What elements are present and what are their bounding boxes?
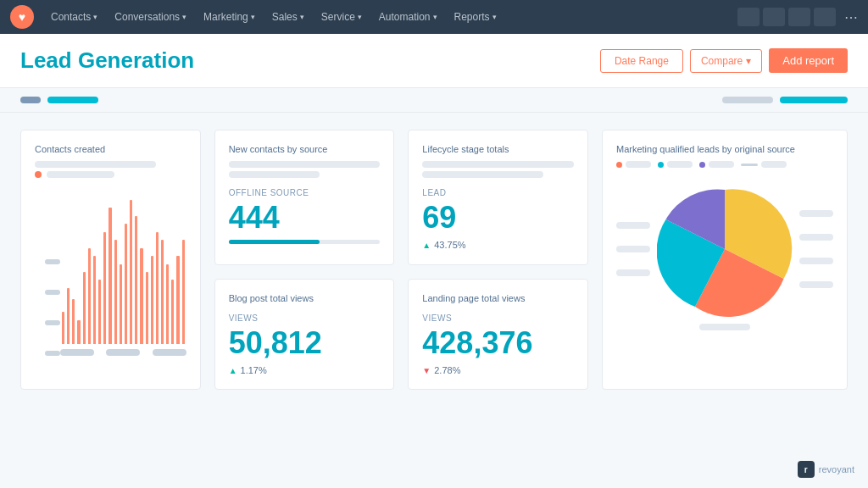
nav-marketing[interactable]: Marketing ▾ — [197, 11, 262, 23]
nav-more-dots[interactable]: ⋯ — [844, 9, 858, 25]
bar-11[interactable] — [120, 264, 122, 344]
legend-line-4 — [741, 164, 758, 166]
bar-10[interactable] — [114, 240, 117, 344]
x-label-3 — [153, 349, 186, 356]
page-header: Lead Generation Date Range Compare ▾ Add… — [0, 34, 868, 88]
bar-13[interactable] — [130, 200, 132, 344]
new-contacts-title: New contacts by source — [229, 144, 381, 154]
mql-title: Marketing qualified leads by original so… — [616, 144, 833, 154]
nav-marketing-label: Marketing — [203, 11, 248, 23]
bar-0[interactable] — [62, 312, 64, 344]
contacts-legend-text — [47, 171, 114, 178]
x-axis — [60, 349, 186, 356]
bar-2[interactable] — [72, 299, 75, 344]
y-label-1 — [45, 259, 60, 264]
lifecycle-change-value: 43.75% — [434, 240, 465, 250]
bar-1[interactable] — [67, 288, 70, 344]
lifecycle-title: Lifecycle stage totals — [422, 144, 574, 154]
page-title: Lead Generation — [20, 47, 194, 74]
new-contacts-bar-1 — [229, 161, 381, 168]
landing-page-card: Landing page total views VIEWS 428,376 ▼… — [408, 279, 588, 390]
bar-12[interactable] — [125, 224, 127, 344]
main-content: Contacts created — [0, 113, 868, 407]
pie-bottom-bar — [699, 324, 750, 330]
new-contacts-card: New contacts by source OFFLINE SOURCE 44… — [214, 130, 395, 265]
nav-sales[interactable]: Sales ▾ — [265, 11, 311, 23]
legend-dot-2 — [658, 162, 664, 168]
blog-post-title: Blog post total views — [229, 293, 381, 303]
top-navigation: ♥ Contacts ▾ Conversations ▾ Marketing ▾… — [0, 0, 868, 34]
bar-8[interactable] — [103, 232, 106, 344]
new-contacts-metric-bar — [229, 240, 381, 244]
nav-sales-chevron: ▾ — [300, 13, 304, 21]
pie-right-bar-1 — [799, 210, 833, 217]
landing-page-value: 428,376 — [422, 328, 574, 358]
filter-bar — [0, 88, 868, 113]
nav-conversations-label: Conversations — [114, 11, 180, 23]
nav-contacts-label: Contacts — [51, 11, 91, 23]
lifecycle-card: Lifecycle stage totals LEAD 69 ▲ 43.75% — [408, 130, 588, 265]
logo-text: ♥ — [19, 10, 25, 24]
legend-item-3 — [699, 161, 734, 168]
bar-6[interactable] — [93, 256, 96, 344]
header-actions: Date Range Compare ▾ Add report — [600, 48, 848, 73]
bar-23[interactable] — [182, 240, 185, 344]
nav-reports[interactable]: Reports ▾ — [448, 11, 504, 23]
nav-icon-btn-1[interactable] — [737, 8, 760, 26]
bar-5[interactable] — [88, 248, 91, 344]
y-label-2 — [45, 290, 60, 295]
bar-7[interactable] — [98, 280, 101, 344]
new-contacts-value: 444 — [229, 202, 381, 233]
pie-left-bar-2 — [616, 246, 650, 252]
blog-post-change-value: 1.17% — [241, 365, 267, 375]
legend-dot-1 — [616, 162, 622, 168]
contacts-bar-chart — [60, 191, 186, 344]
nav-icon-btn-4[interactable] — [814, 8, 836, 26]
pie-right-bar-3 — [799, 258, 833, 264]
legend-item-1 — [616, 161, 651, 168]
landing-page-arrow-down: ▼ — [422, 366, 431, 375]
bar-15[interactable] — [140, 248, 142, 344]
landing-page-title: Landing page total views — [422, 293, 574, 303]
legend-text-3 — [709, 161, 734, 168]
bar-18[interactable] — [156, 232, 159, 344]
pie-right-bar-2 — [799, 234, 833, 241]
nav-automation[interactable]: Automation ▾ — [372, 11, 444, 23]
contacts-legend-bar — [35, 161, 156, 168]
bar-3[interactable] — [77, 320, 80, 344]
lifecycle-arrow-up: ▲ — [422, 241, 431, 250]
nav-icon-btn-2[interactable] — [763, 8, 785, 26]
date-range-button[interactable]: Date Range — [600, 49, 683, 73]
bar-14[interactable] — [135, 216, 137, 344]
bar-17[interactable] — [151, 256, 153, 344]
nav-icon-btn-3[interactable] — [788, 8, 810, 26]
lifecycle-bar-1 — [422, 161, 574, 168]
new-contacts-source: OFFLINE SOURCE — [229, 188, 381, 197]
bar-4[interactable] — [83, 272, 86, 344]
hubspot-logo[interactable]: ♥ — [10, 5, 34, 29]
landing-page-source: VIEWS — [422, 313, 574, 323]
bar-19[interactable] — [161, 240, 164, 344]
nav-automation-label: Automation — [379, 11, 431, 23]
dashboard-grid: Contacts created — [20, 130, 848, 390]
blog-post-source: VIEWS — [229, 313, 381, 323]
nav-conversations[interactable]: Conversations ▾ — [108, 11, 193, 23]
bar-21[interactable] — [171, 280, 174, 344]
bar-9[interactable] — [108, 208, 111, 344]
nav-contacts[interactable]: Contacts ▾ — [44, 11, 104, 23]
mql-legend-row — [616, 161, 833, 168]
nav-reports-chevron: ▾ — [492, 13, 497, 21]
pie-right-bar-4 — [799, 281, 833, 288]
bar-22[interactable] — [176, 256, 179, 344]
filter-pill-right-1 — [722, 97, 773, 103]
compare-button[interactable]: Compare ▾ — [690, 49, 762, 73]
add-report-button[interactable]: Add report — [769, 48, 848, 73]
mql-card: Marketing qualified leads by original so… — [602, 130, 848, 390]
pie-right-legend — [799, 210, 833, 288]
bar-16[interactable] — [146, 272, 148, 344]
pie-chart-svg — [657, 181, 793, 317]
contacts-created-title: Contacts created — [35, 144, 186, 154]
nav-service[interactable]: Service ▾ — [314, 11, 369, 23]
blog-post-value: 50,812 — [229, 328, 381, 358]
bar-20[interactable] — [166, 264, 169, 344]
